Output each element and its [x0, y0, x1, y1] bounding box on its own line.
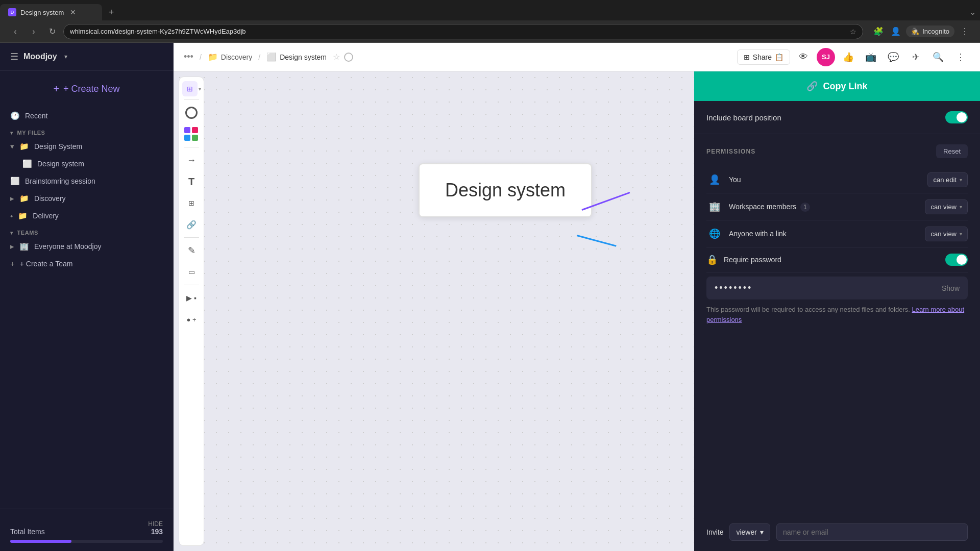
like-button[interactable]: 👍 — [839, 48, 857, 66]
extensions-button[interactable]: 🧩 — [871, 24, 886, 39]
tab-overflow-button[interactable]: ⌄ — [970, 8, 976, 16]
copy-link-button[interactable]: 🔗 Copy Link — [694, 71, 980, 101]
breadcrumb-more-button[interactable]: ••• — [184, 52, 193, 62]
folder-icon3: 📁 — [18, 211, 28, 220]
user-avatar[interactable]: SJ — [817, 48, 835, 66]
breadcrumb-file-icon: ⬜ — [266, 52, 277, 62]
breadcrumb-file[interactable]: ⬜ Design system — [266, 52, 327, 62]
more-options-button[interactable]: ⋮ — [951, 48, 970, 66]
you-permission-select[interactable]: can edit ▾ — [927, 172, 968, 187]
flowchart-icon2: ⬜ — [10, 177, 20, 186]
canvas-card: Design system — [419, 163, 592, 217]
main-area: ••• / 📁 Discovery / ⬜ Design system ☆ ⊞ … — [174, 43, 980, 551]
eye-button[interactable]: 👁 — [794, 48, 813, 66]
url-text: whimsical.com/design-system-Ky2s7h9ZTWcW… — [70, 28, 246, 35]
sidebar-footer: HIDE Total Items 193 — [0, 509, 173, 551]
workspace-select-chevron-icon: ▾ — [960, 204, 962, 210]
permission-row-anyone: 🌐 Anyone with a link can view ▾ — [706, 220, 968, 247]
workspace-icon: 🏢 — [706, 198, 723, 215]
bookmark-icon[interactable]: ☆ — [850, 28, 856, 36]
connector-tool-button[interactable]: → — [182, 151, 201, 170]
frame-tool-selector[interactable]: ⊞ ▾ — [180, 81, 203, 96]
tool-chevron-icon: ▾ — [199, 86, 201, 92]
invite-label: Invite — [706, 528, 723, 536]
new-tab-button[interactable]: + — [104, 5, 118, 19]
star-button[interactable]: ☆ — [333, 52, 340, 62]
anyone-permission-select[interactable]: can view ▾ — [925, 227, 968, 241]
password-field[interactable]: •••••••• — [715, 283, 942, 293]
play-tool-button[interactable]: ▶ ▪ — [182, 288, 201, 308]
forward-button[interactable]: › — [27, 24, 41, 39]
breadcrumb-folder[interactable]: 📁 Discovery — [208, 52, 252, 62]
sidebar-item-delivery[interactable]: • 📁 Delivery — [4, 207, 169, 224]
include-position-section: Include board position ✓ — [694, 101, 980, 134]
reset-permissions-button[interactable]: Reset — [936, 144, 968, 158]
show-password-button[interactable]: Show — [942, 284, 960, 292]
sidebar-item-everyone[interactable]: ▸ 🏢 Everyone at Moodjoy — [4, 238, 169, 255]
link-tool-button[interactable]: 🔗 — [182, 215, 201, 234]
teams-section-header: ▾ TEAMS — [4, 224, 169, 238]
include-position-toggle[interactable]: ✓ — [945, 111, 968, 123]
frame-tool2-button[interactable]: ▭ — [182, 262, 201, 282]
breadcrumb-separator2: / — [258, 53, 260, 61]
sidebar-item-discovery[interactable]: ▸ 📁 Discovery — [4, 190, 169, 207]
sidebar-nav: 🕐 Recent ▾ MY FILES ▾ 📁 Design System ⬜ … — [0, 107, 173, 272]
folder-icon2: 📁 — [19, 194, 29, 203]
sidebar-item-design-system-file[interactable]: ⬜ Design system — [4, 155, 169, 172]
workspace-count-badge: 1 — [800, 203, 810, 212]
storage-progress-bar — [10, 540, 163, 543]
invite-section: Invite viewer ▾ — [694, 513, 980, 551]
tab-close-button[interactable]: ✕ — [70, 8, 76, 16]
invite-email-input[interactable] — [776, 523, 968, 541]
you-select-chevron-icon: ▾ — [960, 177, 962, 183]
folder-icon: 📁 — [19, 142, 29, 151]
invite-role-select[interactable]: viewer ▾ — [729, 523, 770, 541]
address-bar[interactable]: whimsical.com/design-system-Ky2s7h9ZTWcW… — [63, 24, 863, 39]
canvas[interactable]: ⊞ ▾ → T ⊞ — [174, 71, 980, 551]
toolbar-divider — [184, 99, 199, 100]
sidebar-item-design-system-folder[interactable]: ▾ 📁 Design System — [4, 138, 169, 155]
sticky-icon — [184, 127, 199, 141]
text-tool-button[interactable]: T — [182, 172, 201, 191]
sidebar-toggle-button[interactable]: ☰ — [10, 51, 18, 62]
tab-favicon: D — [8, 8, 16, 16]
permissions-section: PERMISSIONS Reset 👤 You can edit ▾ — [694, 134, 980, 335]
sidebar-header: ☰ Moodjoy ▾ — [0, 43, 173, 71]
create-new-button[interactable]: + + Create New — [10, 79, 163, 99]
workspace-name: Moodjoy — [23, 52, 57, 61]
browser-tab[interactable]: D Design system ✕ — [0, 4, 102, 20]
share-arrow-button[interactable]: ✈ — [906, 48, 925, 66]
lock-icon: 🔒 — [706, 254, 718, 265]
refresh-button[interactable]: ↻ — [45, 24, 59, 39]
sidebar-item-brainstorming[interactable]: ⬜ Brainstomring session — [4, 172, 169, 190]
folder-expand-icon: ▾ — [10, 142, 14, 151]
search-button[interactable]: 🔍 — [929, 48, 947, 66]
menu-button[interactable]: ⋮ — [958, 24, 972, 39]
workspace-permission-select[interactable]: can view ▾ — [925, 199, 968, 214]
add-tool-button[interactable]: ● + — [182, 310, 201, 329]
back-button[interactable]: ‹ — [8, 24, 22, 39]
select-tool-button[interactable] — [182, 103, 201, 122]
sticky-tool-button[interactable] — [182, 124, 201, 144]
password-input-row: •••••••• Show — [706, 277, 968, 299]
top-bar: ••• / 📁 Discovery / ⬜ Design system ☆ ⊞ … — [174, 43, 980, 71]
pen-tool-button[interactable]: ✎ — [182, 241, 201, 260]
profile-button[interactable]: 👤 — [889, 24, 903, 39]
my-files-chevron-icon: ▾ — [10, 130, 13, 136]
frame-tool-button[interactable]: ⊞ — [182, 81, 198, 96]
require-password-toggle[interactable]: ✓ — [945, 254, 968, 266]
hide-button[interactable]: HIDE — [10, 520, 163, 528]
sidebar-item-create-team[interactable]: + + Create a Team — [4, 255, 169, 272]
include-position-row: Include board position ✓ — [706, 111, 968, 123]
grid-tool-button[interactable]: ⊞ — [182, 193, 201, 213]
breadcrumb-folder-icon: 📁 — [208, 52, 218, 62]
permission-row-you: 👤 You can edit ▾ — [706, 166, 968, 193]
present-button[interactable]: 📺 — [862, 48, 880, 66]
share-button[interactable]: ⊞ Share 📋 — [737, 49, 790, 65]
comment-button[interactable]: 💬 — [884, 48, 902, 66]
status-indicator[interactable] — [344, 53, 353, 62]
require-password-row: 🔒 Require password ✓ — [706, 247, 968, 272]
toolbar-divider4 — [184, 285, 199, 285]
sidebar-item-recent[interactable]: 🕐 Recent — [4, 107, 169, 124]
total-items-row: Total Items 193 — [10, 528, 163, 536]
